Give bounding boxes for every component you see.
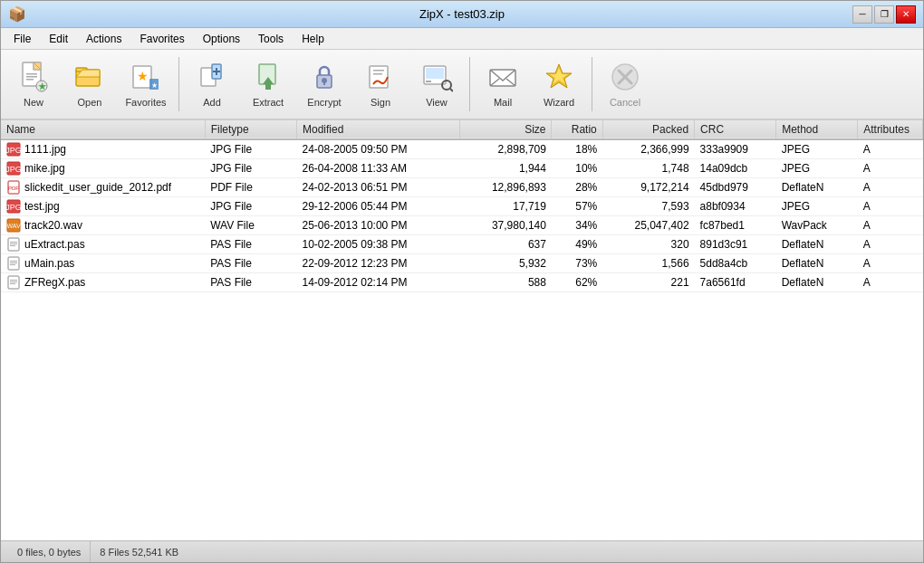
file-method: WavPack	[776, 216, 858, 235]
extract-button[interactable]: Extract	[241, 53, 295, 115]
view-icon	[420, 61, 453, 93]
file-type: JPG File	[205, 159, 296, 178]
table-row[interactable]: ZFRegX.pas PAS File 14-09-2012 02:14 PM …	[1, 273, 923, 292]
mail-label: Mail	[494, 97, 512, 108]
favorites-button[interactable]: ★ ★ Favorites	[119, 53, 173, 115]
menu-help[interactable]: Help	[293, 31, 333, 47]
file-method: DeflateN	[776, 178, 858, 197]
file-method: JPEG	[776, 159, 858, 178]
file-ratio: 18%	[552, 139, 602, 159]
file-type-icon	[6, 275, 21, 290]
file-name-text: ZFRegX.pas	[24, 276, 85, 289]
open-button[interactable]: Open	[63, 53, 117, 115]
menu-file[interactable]: File	[5, 31, 40, 47]
encrypt-button[interactable]: Encrypt	[297, 53, 351, 115]
col-header-packed[interactable]: Packed	[602, 120, 694, 139]
svg-rect-61	[10, 282, 17, 282]
file-crc: 333a9909	[695, 139, 776, 159]
menu-actions[interactable]: Actions	[77, 31, 130, 47]
table-row[interactable]: uExtract.pas PAS File 10-02-2005 09:38 P…	[1, 235, 923, 254]
svg-rect-54	[10, 245, 15, 246]
col-header-ratio[interactable]: Ratio	[552, 120, 602, 139]
sep-3	[592, 57, 592, 111]
toolbar: ★ New Open ★ ★	[1, 50, 923, 120]
col-header-attributes[interactable]: Attributes	[858, 120, 923, 139]
wizard-icon	[543, 61, 575, 93]
add-button[interactable]: Add	[185, 53, 239, 115]
file-crc: 891d3c91	[695, 235, 776, 254]
svg-rect-4	[26, 76, 37, 78]
table-row[interactable]: PDF slickedit_user_guide_2012.pdf PDF Fi…	[1, 178, 923, 197]
col-header-modified[interactable]: Modified	[297, 120, 460, 139]
file-crc: fc87bed1	[695, 216, 776, 235]
file-packed: 9,172,214	[602, 178, 694, 197]
file-crc: a8bf0934	[695, 197, 776, 216]
close-button[interactable]: ✕	[896, 5, 916, 24]
file-type-icon	[6, 256, 21, 271]
new-button[interactable]: ★ New	[6, 53, 61, 115]
file-modified: 24-02-2013 06:51 PM	[297, 178, 460, 197]
svg-text:★: ★	[137, 69, 149, 83]
file-method: DeflateN	[776, 273, 858, 292]
restore-button[interactable]: ❐	[874, 5, 894, 24]
favorites-label: Favorites	[125, 97, 166, 108]
file-modified: 26-04-2008 11:33 AM	[297, 159, 460, 178]
file-modified: 24-08-2005 09:50 PM	[297, 139, 460, 159]
table-row[interactable]: JPG mike.jpg JPG File 26-04-2008 11:33 A…	[1, 159, 923, 178]
extract-label: Extract	[253, 97, 284, 108]
file-size: 2,898,709	[460, 139, 552, 159]
col-header-crc[interactable]: CRC	[695, 120, 776, 139]
view-button[interactable]: View	[409, 53, 464, 115]
cancel-icon	[609, 61, 641, 93]
svg-rect-57	[10, 262, 17, 263]
status-right: 8 Files 52,541 KB	[91, 541, 188, 562]
menu-edit[interactable]: Edit	[40, 31, 77, 47]
encrypt-label: Encrypt	[307, 97, 341, 108]
file-list-container[interactable]: Name Filetype Modified Size Ratio Packed…	[1, 120, 923, 540]
col-header-filetype[interactable]: Filetype	[205, 120, 296, 139]
file-name-text: mike.jpg	[24, 162, 65, 175]
svg-rect-30	[426, 81, 431, 82]
status-size-text: 8 Files 52,541 KB	[100, 547, 178, 558]
file-name: uExtract.pas	[1, 235, 205, 254]
minimize-button[interactable]: ─	[852, 5, 872, 24]
file-type: PAS File	[205, 273, 296, 292]
col-header-method[interactable]: Method	[776, 120, 858, 139]
file-crc: 5dd8a4cb	[695, 254, 776, 273]
mail-icon	[486, 61, 519, 93]
file-name: JPG 1111.jpg	[1, 139, 205, 159]
file-type: PDF File	[205, 178, 296, 197]
file-size: 37,980,140	[460, 216, 552, 235]
svg-rect-52	[10, 242, 17, 243]
svg-point-31	[442, 81, 451, 90]
file-method: JPEG	[776, 139, 858, 159]
table-row[interactable]: WAV track20.wav WAV File 25-06-2013 10:0…	[1, 216, 923, 235]
title-bar-left: 📦	[8, 5, 26, 23]
file-name-text: slickedit_user_guide_2012.pdf	[24, 181, 171, 194]
file-modified: 25-06-2013 10:00 PM	[297, 216, 460, 235]
table-row[interactable]: JPG 1111.jpg JPG File 24-08-2005 09:50 P…	[1, 139, 923, 159]
open-label: Open	[78, 97, 102, 108]
file-packed: 320	[602, 235, 694, 254]
table-row[interactable]: uMain.pas PAS File 22-09-2012 12:23 PM 5…	[1, 254, 923, 273]
file-size: 17,719	[460, 197, 552, 216]
menu-options[interactable]: Options	[194, 31, 249, 47]
menu-favorites[interactable]: Favorites	[130, 31, 193, 47]
cancel-button[interactable]: Cancel	[598, 53, 652, 115]
mail-button[interactable]: Mail	[476, 53, 530, 115]
sign-button[interactable]: Sign	[353, 53, 408, 115]
svg-rect-24	[323, 81, 325, 85]
file-attributes: A	[858, 139, 923, 159]
table-row[interactable]: JPG test.jpg JPG File 29-12-2006 05:44 P…	[1, 197, 923, 216]
file-name: JPG test.jpg	[1, 197, 205, 216]
wizard-button[interactable]: Wizard	[532, 53, 586, 115]
file-modified: 10-02-2005 09:38 PM	[297, 235, 460, 254]
file-attributes: A	[858, 159, 923, 178]
col-header-size[interactable]: Size	[460, 120, 552, 139]
col-header-name[interactable]: Name	[1, 120, 205, 139]
file-packed: 7,593	[602, 197, 694, 216]
menu-tools[interactable]: Tools	[249, 31, 293, 47]
file-type-icon: JPG	[6, 161, 21, 176]
file-packed: 1,748	[602, 159, 694, 178]
extract-icon	[252, 61, 284, 93]
